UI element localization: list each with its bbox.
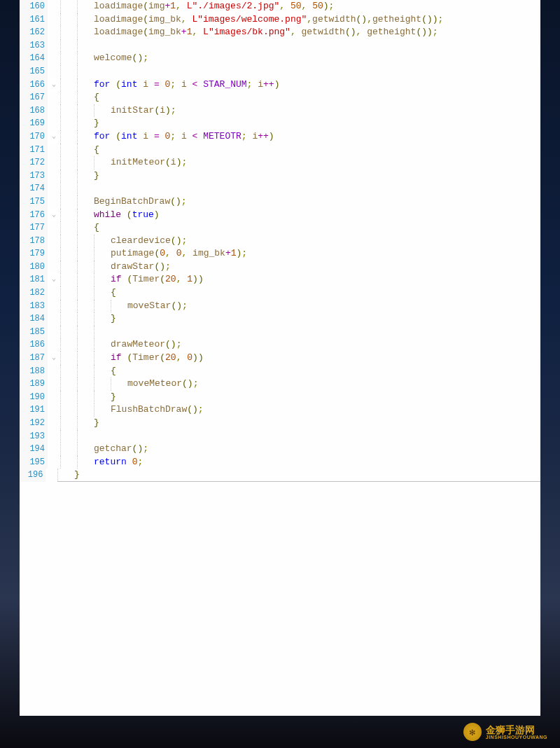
code-content[interactable]: loadimage(img_bk, L"images/welcome.png",… [60, 13, 443, 27]
code-line[interactable]: 184} [20, 312, 540, 326]
fold-toggle-icon[interactable]: ⌄ [48, 78, 60, 92]
code-content[interactable]: { [60, 221, 99, 235]
code-line[interactable]: 190} [20, 391, 540, 404]
code-content[interactable] [60, 430, 94, 443]
code-line[interactable]: 166⌄for (int i = 0; i < STAR_NUM; i++) [20, 78, 540, 92]
code-content[interactable]: while (true) [60, 209, 160, 222]
code-line[interactable]: 170⌄for (int i = 0; i < METEOTR; i++) [20, 130, 540, 144]
code-content[interactable]: { [60, 365, 116, 378]
code-line[interactable]: 163 [20, 39, 540, 53]
code-content[interactable]: for (int i = 0; i < METEOTR; i++) [60, 130, 274, 144]
indent-guide [111, 300, 127, 313]
code-line[interactable]: 175BeginBatchDraw(); [20, 195, 540, 209]
code-line[interactable]: 194getchar(); [20, 443, 540, 456]
code-line[interactable]: 188{ [20, 365, 540, 378]
code-line[interactable]: 179putimage(0, 0, img_bk+1); [20, 247, 540, 261]
code-content[interactable]: welcome(); [60, 52, 148, 65]
code-content[interactable]: drawStar(); [60, 261, 171, 274]
code-area[interactable]: 160loadimage(img+1, L"./images/2.jpg", 5… [20, 0, 540, 482]
fold-toggle-icon[interactable]: ⌄ [48, 209, 60, 222]
token-punct: , [290, 26, 302, 39]
code-content[interactable]: initStar(i); [60, 104, 176, 118]
code-content[interactable]: loadimage(img+1, L"./images/2.jpg", 50, … [60, 0, 334, 13]
token-id: getwidth [312, 13, 356, 27]
code-line[interactable]: 187⌄if (Timer(20, 0)) [20, 352, 540, 365]
token-punct: , [279, 0, 290, 13]
code-content[interactable]: putimage(0, 0, img_bk+1); [60, 247, 247, 261]
token-paren: () [421, 13, 433, 27]
code-content[interactable]: for (int i = 0; i < STAR_NUM; i++) [60, 78, 279, 92]
code-line[interactable]: 160loadimage(img+1, L"./images/2.jpg", 5… [20, 0, 540, 13]
code-line[interactable]: 196} [20, 469, 540, 482]
code-line[interactable]: 178cleardevice(); [20, 235, 540, 248]
code-content[interactable]: } [60, 169, 99, 183]
indent-guide [77, 352, 94, 365]
code-line[interactable]: 186drawMeteor(); [20, 338, 540, 352]
token-num: 50 [312, 0, 323, 13]
indent-guide [60, 378, 77, 391]
token-op: < [192, 78, 198, 92]
code-line[interactable]: 181⌄if (Timer(20, 1)) [20, 273, 540, 286]
code-content[interactable] [60, 65, 94, 78]
code-content[interactable]: loadimage(img_bk+1, L"images/bk.png", ge… [60, 26, 438, 39]
code-line[interactable]: 167{ [20, 91, 540, 104]
fold-toggle-icon[interactable]: ⌄ [48, 352, 60, 365]
code-content[interactable]: getchar(); [60, 443, 148, 456]
code-line[interactable]: 168initStar(i); [20, 104, 540, 118]
code-content[interactable]: } [57, 469, 540, 483]
code-line[interactable]: 169} [20, 117, 540, 130]
code-line[interactable]: 164welcome(); [20, 52, 540, 65]
code-line[interactable]: 177{ [20, 221, 540, 235]
code-line[interactable]: 183moveStar(); [20, 300, 540, 313]
code-content[interactable]: } [60, 117, 99, 130]
token-paren: () [345, 26, 356, 39]
token-kw: for [94, 78, 110, 92]
code-line[interactable]: 195return 0; [20, 456, 540, 469]
code-content[interactable]: return 0; [60, 456, 143, 469]
code-content[interactable]: BeginBatchDraw(); [60, 195, 187, 209]
code-content[interactable]: } [60, 417, 99, 430]
code-content[interactable] [60, 182, 94, 195]
code-line[interactable]: 174 [20, 182, 540, 195]
code-line[interactable]: 182{ [20, 286, 540, 300]
token-id: initMeteor [111, 156, 165, 169]
code-content[interactable] [60, 326, 111, 339]
code-line[interactable]: 165 [20, 65, 540, 78]
code-line[interactable]: 191FlushBatchDraw(); [20, 403, 540, 417]
token-punct: ; [181, 235, 187, 248]
indent-guide [60, 326, 77, 339]
code-line[interactable]: 176⌄while (true) [20, 209, 540, 222]
code-content[interactable]: moveStar(); [60, 300, 188, 313]
code-line[interactable]: 189moveMeteor(); [20, 378, 540, 391]
code-content[interactable]: if (Timer(20, 1)) [60, 273, 204, 286]
code-line[interactable]: 171{ [20, 144, 540, 157]
code-content[interactable] [60, 39, 94, 53]
code-line[interactable]: 173} [20, 169, 540, 183]
code-line[interactable]: 192} [20, 417, 540, 430]
watermark-subtitle: JINSHISHOUYOUWANG [486, 735, 547, 740]
code-line[interactable]: 162loadimage(img_bk+1, L"images/bk.png",… [20, 26, 540, 39]
code-content[interactable]: drawMeteor(); [60, 338, 181, 352]
code-line[interactable]: 180drawStar(); [20, 261, 540, 274]
code-content[interactable]: { [60, 91, 99, 104]
token-text [197, 130, 203, 144]
code-content[interactable]: { [60, 144, 99, 157]
code-line[interactable]: 172initMeteor(i); [20, 156, 540, 169]
code-content[interactable]: cleardevice(); [60, 235, 187, 248]
code-content[interactable]: { [60, 286, 116, 300]
code-content[interactable]: FlushBatchDraw(); [60, 403, 204, 417]
fold-toggle-icon[interactable]: ⌄ [48, 273, 60, 286]
watermark-logo-icon: ✻ [463, 723, 482, 741]
token-paren: )) [192, 352, 204, 365]
code-line[interactable]: 193 [20, 430, 540, 443]
code-content[interactable]: } [60, 391, 116, 404]
fold-toggle-icon[interactable]: ⌄ [48, 130, 60, 144]
code-content[interactable]: if (Timer(20, 0)) [60, 352, 204, 365]
code-content[interactable]: moveMeteor(); [60, 378, 198, 391]
code-content[interactable]: } [60, 312, 116, 326]
code-line[interactable]: 161loadimage(img_bk, L"images/welcome.pn… [20, 13, 540, 27]
code-line[interactable]: 185 [20, 326, 540, 339]
code-content[interactable]: initMeteor(i); [60, 156, 187, 169]
token-id: i [258, 78, 263, 92]
code-editor-panel[interactable]: 160loadimage(img+1, L"./images/2.jpg", 5… [20, 0, 540, 716]
